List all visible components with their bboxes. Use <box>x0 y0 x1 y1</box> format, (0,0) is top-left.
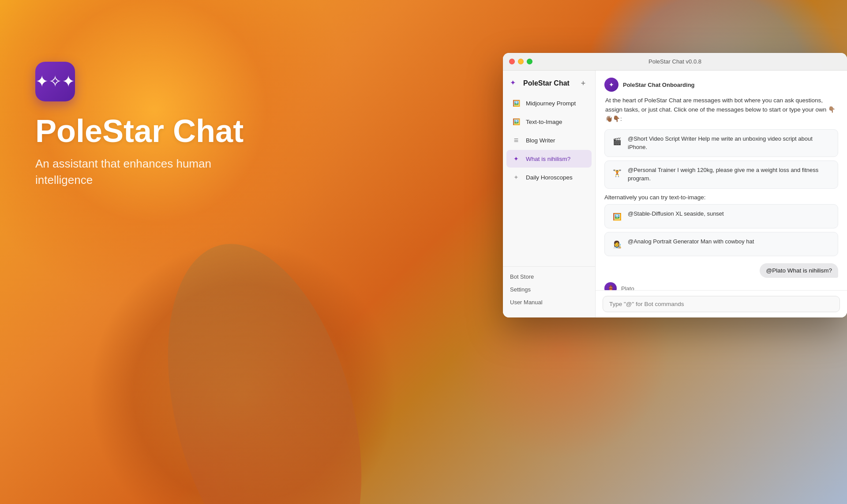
sidebar: ✦ PoleStar Chat + 🖼️ Midjourney Prompt 🖼… <box>503 71 596 317</box>
bot-reply-row: 🏺 Plato <box>604 282 838 290</box>
suggestion-card-video[interactable]: 🎬 @Short Video Script Writer Help me wri… <box>604 129 838 157</box>
suggestion-text-stable-diffusion: @Stable-Diffusion XL seaside, sunset <box>628 210 724 218</box>
sidebar-item-nihilism[interactable]: ✦ What is nihilism? <box>506 150 592 168</box>
app-title: PoleStar Chat <box>35 114 247 149</box>
app-subtitle: An assistant that enhances human intelli… <box>35 156 247 188</box>
suggestion-card-stable-diffusion[interactable]: 🖼️ @Stable-Diffusion XL seaside, sunset <box>604 204 838 228</box>
suggestion-icon-portrait: 👩‍🎨 <box>611 238 623 250</box>
suggestion-text-video: @Short Video Script Writer Help me write… <box>628 135 832 152</box>
sidebar-nav: 🖼️ Midjourney Prompt 🖼️ Text-to-Image ≡ … <box>503 94 595 266</box>
suggestion-text-portrait: @Analog Portrait Generator Man with cowb… <box>628 238 754 246</box>
close-button[interactable] <box>509 59 515 64</box>
sidebar-footer: Bot Store Settings User Manual <box>503 266 595 312</box>
onboarding-intro-text: At the heart of PoleStar Chat are messag… <box>604 96 838 124</box>
polestar-logo-icon: ✦ <box>510 78 520 88</box>
suggestion-card-trainer[interactable]: 🏋️ @Personal Trainer I weigh 120kg, plea… <box>604 161 838 189</box>
new-chat-button[interactable]: + <box>578 78 588 88</box>
window-title: PoleStar Chat v0.0.8 <box>648 58 701 65</box>
app-window: PoleStar Chat v0.0.8 ✦ PoleStar Chat + 🖼… <box>503 53 847 317</box>
user-message-bubble: @Plato What is nihilism? <box>760 263 838 278</box>
window-body: ✦ PoleStar Chat + 🖼️ Midjourney Prompt 🖼… <box>503 71 847 317</box>
onboarding-header: ✦ PoleStar Chat Onboarding <box>604 78 838 92</box>
onboarding-block: ✦ PoleStar Chat Onboarding At the heart … <box>604 78 838 256</box>
plato-avatar: 🏺 <box>604 282 617 290</box>
sidebar-item-horoscopes[interactable]: ✦ Daily Horoscopes <box>506 168 592 186</box>
app-icon: ✦✧✦ <box>35 62 75 101</box>
sidebar-item-blog-writer[interactable]: ≡ Blog Writer <box>506 131 592 149</box>
suggestion-icon-video: 🎬 <box>611 135 623 148</box>
maximize-button[interactable] <box>527 59 532 64</box>
suggestion-text-trainer: @Personal Trainer I weigh 120kg, please … <box>628 166 832 183</box>
sidebar-item-label-midjourney: Midjourney Prompt <box>526 100 576 107</box>
sidebar-app-name: PoleStar Chat <box>523 79 570 87</box>
left-panel: ✦✧✦ PoleStar Chat An assistant that enha… <box>35 62 247 188</box>
sidebar-header: ✦ PoleStar Chat + <box>503 76 595 94</box>
sidebar-item-label-text-to-image: Text-to-Image <box>526 119 562 125</box>
traffic-lights <box>509 59 532 64</box>
sidebar-item-label-horoscopes: Daily Horoscopes <box>526 174 573 181</box>
plato-avatar-icon: 🏺 <box>607 285 614 290</box>
chat-messages: ✦ PoleStar Chat Onboarding At the heart … <box>596 71 847 290</box>
sidebar-item-label-blog-writer: Blog Writer <box>526 137 555 144</box>
chat-input-area <box>596 290 847 317</box>
chat-area: ✦ PoleStar Chat Onboarding At the heart … <box>596 71 847 317</box>
suggestion-icon-trainer: 🏋️ <box>611 167 623 179</box>
user-message-row: @Plato What is nihilism? <box>604 263 838 278</box>
sidebar-item-text-to-image[interactable]: 🖼️ Text-to-Image <box>506 113 592 131</box>
title-bar: PoleStar Chat v0.0.8 <box>503 53 847 71</box>
bot-store-link[interactable]: Bot Store <box>510 270 588 283</box>
sidebar-item-icon-horoscopes: ✦ <box>511 172 521 183</box>
sidebar-item-midjourney[interactable]: 🖼️ Midjourney Prompt <box>506 94 592 112</box>
suggestion-icon-stable-diffusion: 🖼️ <box>611 210 623 223</box>
onboarding-title: PoleStar Chat Onboarding <box>623 82 695 88</box>
onboarding-bot-avatar: ✦ <box>604 78 618 92</box>
settings-link[interactable]: Settings <box>510 283 588 296</box>
chat-input[interactable] <box>603 296 840 312</box>
sidebar-item-icon-blog-writer: ≡ <box>511 135 521 146</box>
sidebar-item-icon-midjourney: 🖼️ <box>511 98 521 108</box>
minimize-button[interactable] <box>518 59 524 64</box>
app-icon-stars: ✦✧✦ <box>35 74 75 90</box>
bot-avatar-icon: ✦ <box>609 81 614 88</box>
sidebar-item-label-nihilism: What is nihilism? <box>526 156 570 162</box>
bot-reply-name: Plato <box>621 285 634 290</box>
sidebar-item-icon-text-to-image: 🖼️ <box>511 116 521 127</box>
suggestion-card-portrait[interactable]: 👩‍🎨 @Analog Portrait Generator Man with … <box>604 232 838 256</box>
sidebar-item-icon-nihilism: ✦ <box>511 153 521 164</box>
user-manual-link[interactable]: User Manual <box>510 296 588 309</box>
text-to-image-label: Alternatively you can try text-to-image: <box>604 194 838 201</box>
